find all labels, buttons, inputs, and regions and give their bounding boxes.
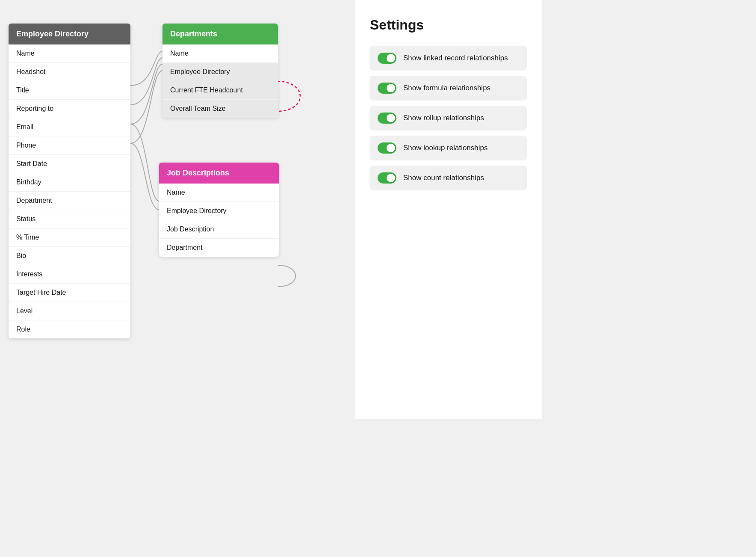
employee-directory-field: Interests xyxy=(9,265,130,283)
job-descriptions-field: Job Description xyxy=(159,220,279,238)
employee-directory-field: Level xyxy=(9,302,130,320)
departments-field: Name xyxy=(162,44,278,62)
employee-directory-field: Headshot xyxy=(9,62,130,81)
setting-row: Show formula relationships xyxy=(370,76,527,101)
employee-directory-card: Employee Directory NameHeadshotTitleRepo… xyxy=(9,24,130,338)
employee-directory-field: Bio xyxy=(9,246,130,265)
setting-row: Show count relationships xyxy=(370,166,527,190)
job-descriptions-fields: NameEmployee DirectoryJob DescriptionDep… xyxy=(159,184,279,257)
departments-field: Overall Team Size xyxy=(162,99,278,118)
employee-directory-field: Role xyxy=(9,320,130,338)
employee-directory-field: Phone xyxy=(9,136,130,154)
job-descriptions-field: Name xyxy=(159,184,279,201)
departments-field: Employee Directory xyxy=(162,62,278,81)
job-descriptions-field: Employee Directory xyxy=(159,201,279,220)
toggle-switch[interactable] xyxy=(378,83,396,94)
settings-options: Show linked record relationshipsShow for… xyxy=(370,46,527,190)
employee-directory-field: Start Date xyxy=(9,154,130,173)
departments-fields: NameEmployee DirectoryCurrent FTE Headco… xyxy=(162,44,278,118)
settings-title: Settings xyxy=(370,17,527,33)
toggle-switch[interactable] xyxy=(378,142,396,154)
employee-directory-field: Department xyxy=(9,191,130,210)
toggle-switch[interactable] xyxy=(378,53,396,64)
setting-label: Show lookup relationships xyxy=(403,144,488,152)
employee-directory-field: Email xyxy=(9,118,130,136)
employee-directory-header: Employee Directory xyxy=(9,24,130,44)
employee-directory-field: Target Hire Date xyxy=(9,283,130,302)
job-descriptions-header: Job Descriptions xyxy=(159,163,279,184)
departments-header: Departments xyxy=(162,24,278,44)
employee-directory-field: Reporting to xyxy=(9,99,130,118)
setting-label: Show rollup relationships xyxy=(403,114,484,122)
employee-directory-field: Birthday xyxy=(9,173,130,191)
setting-row: Show linked record relationships xyxy=(370,46,527,71)
employee-directory-field: Status xyxy=(9,210,130,228)
toggle-switch[interactable] xyxy=(378,172,396,184)
toggle-switch[interactable] xyxy=(378,113,396,124)
setting-row: Show lookup relationships xyxy=(370,136,527,160)
departments-card: Departments NameEmployee DirectoryCurren… xyxy=(162,24,278,118)
employee-directory-field: Title xyxy=(9,81,130,99)
setting-row: Show rollup relationships xyxy=(370,106,527,130)
setting-label: Show formula relationships xyxy=(403,84,490,92)
employee-directory-fields: NameHeadshotTitleReporting toEmailPhoneS… xyxy=(9,44,130,338)
employee-directory-field: % Time xyxy=(9,228,130,246)
setting-label: Show count relationships xyxy=(403,174,484,182)
employee-directory-field: Name xyxy=(9,44,130,62)
canvas-area: Employee Directory NameHeadshotTitleRepo… xyxy=(0,0,354,419)
job-descriptions-field: Department xyxy=(159,238,279,257)
settings-panel: Settings Show linked record relationship… xyxy=(354,0,542,419)
job-descriptions-card: Job Descriptions NameEmployee DirectoryJ… xyxy=(159,163,279,257)
setting-label: Show linked record relationships xyxy=(403,54,508,62)
departments-field: Current FTE Headcount xyxy=(162,81,278,99)
